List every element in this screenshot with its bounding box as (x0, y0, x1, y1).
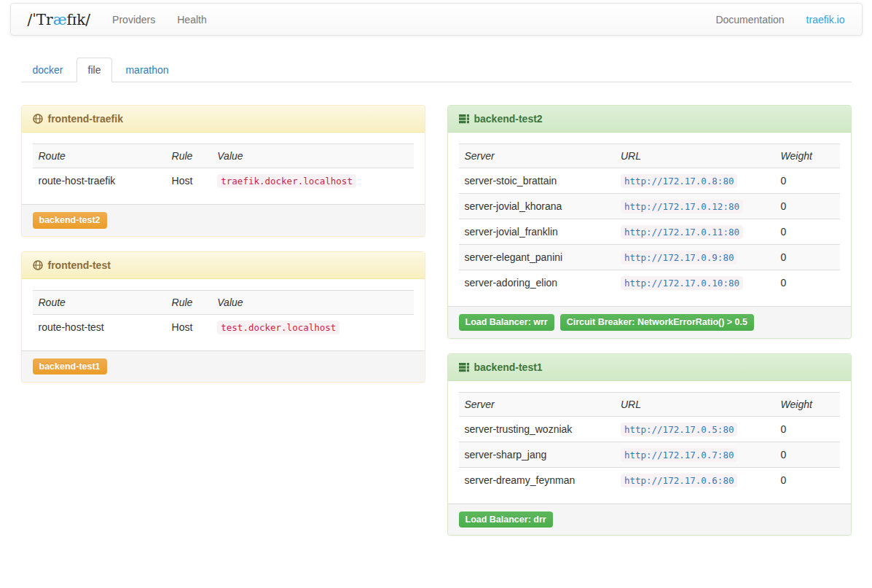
server-weight: 0 (775, 168, 840, 194)
route-value: traefik.docker.localhost (217, 174, 356, 188)
server-weight: 0 (775, 416, 840, 442)
col-value: Value (211, 144, 413, 168)
col-url: URL (615, 392, 775, 416)
table-row: server-stoic_brattain http://172.17.0.8:… (459, 168, 840, 194)
provider-tabs: docker file marathon (21, 58, 852, 82)
table-row: server-trusting_wozniak http://172.17.0.… (459, 416, 840, 442)
col-rule: Rule (166, 290, 212, 314)
globe-icon (33, 114, 43, 124)
panel-title: backend-test1 (474, 361, 543, 373)
server-url-link[interactable]: http://172.17.0.8:80 (621, 175, 738, 187)
table-row: server-jovial_franklin http://172.17.0.1… (459, 219, 840, 245)
navbar-right: Documentation traefik.io (704, 14, 855, 26)
server-name: server-adoring_elion (459, 270, 615, 296)
table-row: route-host-traefik Host traefik.docker.l… (33, 168, 414, 194)
tasks-icon (459, 114, 469, 124)
tab-docker[interactable]: docker (21, 58, 75, 82)
servers-table: Server URL Weight server-trusting_woznia… (459, 392, 840, 493)
col-url: URL (615, 144, 775, 168)
panel-frontend-traefik: frontend-traefik Route Rule Value (21, 105, 425, 237)
routes-table: Route Rule Value route-host-test Host te… (33, 290, 414, 340)
server-weight: 0 (775, 270, 840, 296)
panel-backend-test1: backend-test1 Server URL Weight (447, 353, 852, 536)
panel-body: Route Rule Value route-host-traefik Host… (22, 133, 425, 204)
brand-post: fɪk/ (66, 11, 90, 28)
panel-body: Route Rule Value route-host-test Host te… (22, 279, 425, 350)
server-url-link[interactable]: http://172.17.0.10:80 (621, 277, 743, 289)
route-rule: Host (166, 168, 212, 194)
col-server: Server (459, 144, 615, 168)
backend-badge: backend-test2 (33, 212, 107, 229)
servers-table: Server URL Weight server-stoic_brattain … (459, 144, 840, 295)
route-rule: Host (166, 314, 212, 340)
panel-title: frontend-test (48, 259, 111, 271)
server-name: server-stoic_brattain (459, 168, 615, 194)
table-row: route-host-test Host test.docker.localho… (33, 314, 414, 340)
nav-providers[interactable]: Providers (101, 14, 166, 26)
panel-footer: Load Balancer: drr (448, 503, 851, 536)
col-weight: Weight (775, 144, 840, 168)
server-name: server-trusting_wozniak (459, 416, 615, 442)
server-name: server-elegant_panini (459, 245, 615, 270)
panel-heading: frontend-traefik (22, 106, 425, 133)
tab-file[interactable]: file (76, 58, 113, 82)
server-name: server-jovial_khorana (459, 194, 615, 219)
col-weight: Weight (775, 392, 840, 416)
table-row: server-elegant_panini http://172.17.0.9:… (459, 245, 840, 270)
server-name: server-dreamy_feynman (459, 467, 615, 493)
panel-body: Server URL Weight server-trusting_woznia… (448, 381, 851, 503)
backends-column: backend-test2 Server URL Weight (447, 105, 852, 550)
server-weight: 0 (775, 194, 840, 219)
server-weight: 0 (775, 245, 840, 270)
server-url-link[interactable]: http://172.17.0.5:80 (621, 423, 738, 435)
route-name: route-host-test (33, 314, 166, 340)
brand-pre: /ˈTr (28, 11, 53, 28)
table-row: server-adoring_elion http://172.17.0.10:… (459, 270, 840, 296)
panel-title: frontend-traefik (48, 113, 123, 125)
route-value: test.docker.localhost (217, 321, 339, 334)
navbar: /ˈTræfɪk/ Providers Health Documentation… (10, 3, 863, 36)
col-route: Route (33, 290, 166, 314)
server-weight: 0 (775, 442, 840, 467)
panel-heading: backend-test1 (448, 354, 851, 381)
frontends-column: frontend-traefik Route Rule Value (21, 105, 425, 397)
nav-traefik-io[interactable]: traefik.io (796, 14, 856, 26)
nav-documentation[interactable]: Documentation (704, 14, 795, 26)
col-value: Value (211, 290, 413, 314)
server-url-link[interactable]: http://172.17.0.12:80 (621, 200, 743, 212)
panel-footer: backend-test2 (22, 204, 425, 236)
server-url-link[interactable]: http://172.17.0.6:80 (621, 474, 738, 486)
brand-logo[interactable]: /ˈTræfɪk/ (17, 11, 102, 28)
panel-footer: backend-test1 (22, 350, 425, 383)
panel-heading: backend-test2 (448, 106, 851, 133)
table-row: server-dreamy_feynman http://172.17.0.6:… (459, 467, 840, 493)
col-server: Server (459, 392, 615, 416)
col-route: Route (33, 144, 166, 168)
server-url-link[interactable]: http://172.17.0.11:80 (621, 226, 743, 238)
col-rule: Rule (166, 144, 212, 168)
globe-icon (33, 260, 43, 270)
panel-title: backend-test2 (474, 113, 543, 125)
route-name: route-host-traefik (33, 168, 166, 194)
table-row: server-jovial_khorana http://172.17.0.12… (459, 194, 840, 219)
backend-badge: backend-test1 (33, 358, 107, 375)
tasks-icon (459, 362, 469, 372)
server-weight: 0 (775, 219, 840, 245)
panel-backend-test2: backend-test2 Server URL Weight (447, 105, 852, 339)
load-balancer-badge: Load Balancer: wrr (459, 314, 554, 331)
server-url-link[interactable]: http://172.17.0.9:80 (621, 251, 738, 263)
nav-health[interactable]: Health (166, 14, 217, 26)
circuit-breaker-badge: Circuit Breaker: NetworkErrorRatio() > 0… (560, 314, 754, 331)
server-url-link[interactable]: http://172.17.0.7:80 (621, 449, 738, 460)
tab-marathon[interactable]: marathon (114, 58, 180, 82)
panel-body: Server URL Weight server-stoic_brattain … (448, 133, 851, 306)
panel-heading: frontend-test (22, 252, 425, 279)
server-weight: 0 (775, 467, 840, 493)
table-row: server-sharp_jang http://172.17.0.7:80 0 (459, 442, 840, 467)
load-balancer-badge: Load Balancer: drr (459, 511, 553, 528)
panel-footer: Load Balancer: wrr Circuit Breaker: Netw… (448, 306, 851, 338)
routes-table: Route Rule Value route-host-traefik Host… (33, 144, 414, 193)
server-name: server-sharp_jang (459, 442, 615, 467)
brand-ae: æ (53, 11, 67, 28)
panel-frontend-test: frontend-test Route Rule Value (21, 251, 425, 383)
